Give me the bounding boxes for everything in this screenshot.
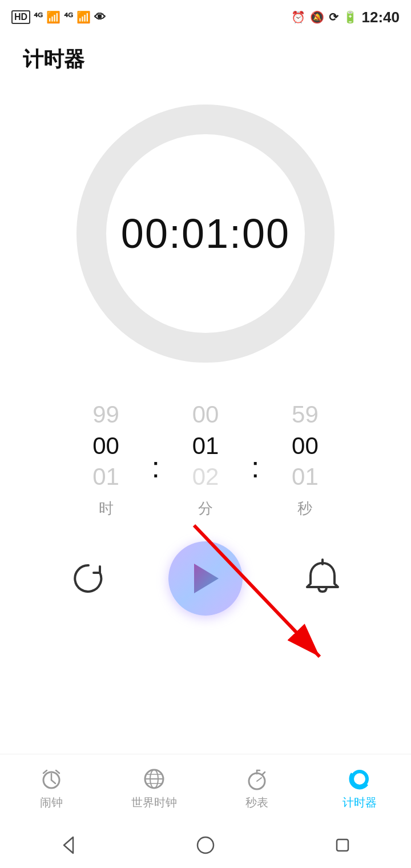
play-button[interactable]: [168, 541, 243, 616]
nav-item-world-clock[interactable]: 世界时钟: [108, 766, 200, 810]
signal-4g-2: ⁴ᴳ: [64, 11, 73, 23]
ring-container: 00:01:00: [74, 102, 337, 365]
hours-picker[interactable]: 99 00 01 时: [61, 399, 152, 519]
svg-rect-25: [337, 839, 348, 851]
mute-icon: 🔕: [310, 10, 324, 24]
seconds-below: 01: [292, 461, 319, 493]
signal-4g-1: ⁴ᴳ: [34, 11, 43, 23]
alarm-button[interactable]: [300, 556, 345, 601]
back-icon: [58, 835, 79, 855]
svg-point-24: [198, 837, 213, 853]
svg-line-7: [51, 780, 55, 783]
minutes-above: 00: [192, 399, 219, 431]
nav-label-world-clock: 世界时钟: [131, 795, 177, 810]
svg-line-8: [43, 770, 47, 773]
picker-area[interactable]: 99 00 01 时 : 00 01 02 分 : 59 00 01 秒: [0, 399, 411, 519]
hours-label: 时: [99, 499, 114, 519]
page-title: 计时器: [0, 34, 411, 79]
alarm-icon: ⏰: [291, 10, 305, 24]
signal-bars-2: 📶: [76, 10, 91, 24]
play-icon: [191, 562, 220, 594]
reset-button[interactable]: [66, 556, 111, 601]
minutes-picker[interactable]: 00 01 02 分: [160, 399, 251, 519]
seconds-picker[interactable]: 59 00 01 秒: [259, 399, 350, 519]
nav-item-timer[interactable]: 计时器: [314, 766, 405, 810]
stopwatch-nav-icon: [244, 766, 269, 791]
timer-ring-area: 00:01:00: [0, 102, 411, 365]
status-left-icons: HD ⁴ᴳ 📶 ⁴ᴳ 📶 👁: [11, 10, 106, 24]
hours-below: 01: [92, 461, 119, 493]
seconds-above: 59: [292, 399, 319, 431]
nav-item-stopwatch[interactable]: 秒表: [211, 766, 303, 810]
signal-bars-1: 📶: [46, 10, 61, 24]
nav-label-stopwatch: 秒表: [245, 795, 268, 810]
home-icon: [195, 835, 216, 855]
timer-nav-icon: [347, 766, 372, 791]
svg-marker-23: [64, 837, 73, 853]
time-display: 12:40: [362, 9, 400, 26]
seconds-selected: 00: [292, 431, 319, 462]
back-button[interactable]: [51, 828, 86, 862]
svg-marker-1: [194, 564, 219, 593]
reset-icon: [68, 558, 108, 598]
battery-icon: 🔋: [343, 10, 357, 24]
eye-icon: 👁: [94, 11, 106, 24]
recents-icon: [332, 835, 353, 855]
svg-line-18: [263, 772, 265, 774]
minutes-selected: 01: [192, 431, 219, 462]
hours-above: 99: [92, 399, 119, 431]
hd-badge: HD: [11, 10, 30, 24]
rotate-icon: ⟳: [329, 10, 339, 24]
bottom-nav: 闹钟 世界时钟 秒表 计时器: [0, 754, 411, 822]
minutes-label: 分: [198, 499, 213, 519]
controls-area: [0, 541, 411, 616]
seconds-label: 秒: [297, 499, 312, 519]
minutes-below: 02: [192, 461, 219, 493]
hours-selected: 00: [92, 431, 119, 462]
world-clock-nav-icon: [142, 766, 167, 791]
bell-icon: [303, 558, 342, 598]
status-bar: HD ⁴ᴳ 📶 ⁴ᴳ 📶 👁 ⏰ 🔕 ⟳ 🔋 12:40: [0, 0, 411, 34]
recents-button[interactable]: [325, 828, 360, 862]
svg-point-21: [354, 773, 365, 785]
nav-label-alarm: 闹钟: [40, 795, 63, 810]
nav-label-timer: 计时器: [342, 795, 377, 810]
home-button[interactable]: [188, 828, 223, 862]
svg-line-19: [257, 778, 261, 781]
status-right-icons: ⏰ 🔕 ⟳ 🔋 12:40: [291, 9, 400, 26]
separator-1: :: [152, 450, 160, 490]
system-nav: [0, 822, 411, 868]
separator-2: :: [251, 450, 259, 490]
nav-item-alarm[interactable]: 闹钟: [6, 766, 97, 810]
svg-line-9: [56, 770, 59, 773]
timer-display: 00:01:00: [121, 210, 290, 257]
alarm-nav-icon: [39, 766, 64, 791]
